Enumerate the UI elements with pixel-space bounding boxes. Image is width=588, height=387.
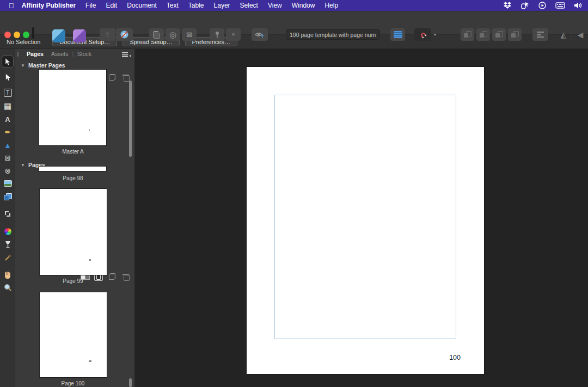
picture-tool[interactable] [0, 177, 15, 190]
delete-page-button[interactable] [121, 272, 130, 281]
text-alignment-button[interactable] [532, 28, 548, 41]
page-number-text: 100 [449, 354, 461, 361]
master-section-scrollbar[interactable] [129, 81, 132, 157]
page-100-thumbnail[interactable] [40, 292, 107, 377]
menu-help[interactable]: Help [324, 2, 338, 9]
page-99-thumbnail[interactable] [40, 189, 107, 275]
keyboard-icon[interactable] [555, 2, 565, 9]
pointer-device-icon[interactable] [520, 1, 529, 10]
menu-view[interactable]: View [268, 2, 282, 9]
artistic-text-tool[interactable]: A [0, 113, 15, 126]
move-backward-button[interactable] [492, 28, 506, 41]
move-tool[interactable] [2, 56, 14, 67]
ellipse-frame-button[interactable]: ◎ [166, 28, 180, 41]
move-forward-icon [480, 31, 487, 38]
menu-text[interactable]: Text [167, 2, 179, 9]
master-a-label[interactable]: Master A [32, 149, 114, 155]
photo-persona-icon[interactable] [52, 29, 65, 42]
menubar:  Affinity Publisher File Edit Document … [0, 0, 588, 11]
new-document-button[interactable] [149, 28, 164, 41]
shape-tool[interactable]: ▲ [0, 139, 15, 152]
pages-section-scrollbar[interactable] [129, 378, 132, 387]
frame-text-tool[interactable]: T [0, 86, 15, 99]
text-frame-guide[interactable] [274, 95, 456, 339]
pages-panel: Pages Assets | Stock ▾ ▼ Master Pages Ma… [15, 49, 135, 387]
rectangle-frame-tool[interactable]: ⊠ [0, 151, 15, 164]
volume-icon[interactable] [574, 2, 583, 9]
guides-button[interactable] [390, 28, 405, 41]
node-tool[interactable] [0, 71, 15, 84]
zoom-tool[interactable] [0, 281, 15, 294]
snapping-dropdown-arrow[interactable]: ▾ [434, 32, 436, 37]
page-100-label[interactable]: Page 100 [32, 380, 114, 386]
transparency-tool[interactable] [0, 238, 15, 251]
play-circle-icon[interactable] [538, 1, 547, 10]
colour-picker-tool[interactable] [0, 251, 15, 264]
place-image-icon [4, 193, 12, 200]
table-tool[interactable]: ▦ [0, 100, 15, 113]
delete-master-button[interactable] [121, 73, 130, 82]
place-image-tool[interactable] [0, 190, 15, 203]
master-pages-header[interactable]: ▼ Master Pages [15, 61, 134, 70]
dropbox-icon[interactable] [503, 1, 512, 10]
page-98-thumbnail[interactable] [39, 167, 106, 171]
vector-crop-tool[interactable] [0, 207, 15, 220]
selection-status: No Selection [7, 39, 40, 45]
move-forward-button[interactable] [476, 28, 490, 41]
panel-drag-handle[interactable] [17, 52, 19, 57]
pen-tool[interactable]: ✒ [0, 126, 15, 139]
tab-assets[interactable]: Assets [47, 51, 72, 57]
view-hand-tool[interactable] [0, 268, 15, 281]
menu-edit[interactable]: Edit [106, 2, 117, 9]
tab-stock[interactable]: Stock [74, 51, 95, 57]
fill-tool[interactable] [0, 225, 15, 238]
publisher-persona-icon[interactable] [32, 27, 34, 39]
document-canvas[interactable]: 100 [135, 49, 588, 387]
tools-sidebar: T ▦ A ✒ ▲ ⊠ ⊗ [0, 49, 15, 387]
picture-icon [4, 180, 12, 187]
move-to-back-icon [511, 31, 519, 38]
master-a-thumbnail[interactable] [39, 70, 106, 145]
master-pages-title: Master Pages [28, 62, 65, 69]
picture-frame-button[interactable]: ⊠ [182, 28, 197, 41]
snapping-button[interactable] [414, 28, 431, 41]
main-toolbar: ⇧ ◎ ⊠ ■ ▾ ◭ ◀ [0, 11, 588, 35]
window-zoom-button[interactable] [23, 32, 29, 38]
duplicate-master-button[interactable] [108, 73, 117, 82]
designer-persona-icon[interactable] [73, 29, 86, 42]
document-icon [154, 31, 160, 39]
app-menu-title[interactable]: Affinity Publisher [22, 2, 76, 9]
disclosure-triangle-icon[interactable]: ▼ [21, 63, 25, 68]
move-to-back-button[interactable] [508, 28, 522, 41]
crop-icon [4, 210, 11, 218]
document-page[interactable]: 100 [247, 67, 484, 374]
page-98-label[interactable]: Page 98 [32, 175, 114, 181]
move-backward-icon [495, 31, 503, 38]
window-close-button[interactable] [4, 32, 11, 38]
photo-persona-disabled-button[interactable] [116, 28, 133, 41]
disclosure-triangle-icon[interactable]: ▼ [21, 163, 25, 168]
window-minimize-button[interactable] [14, 32, 20, 38]
menu-document[interactable]: Document [127, 2, 157, 9]
flip-vertical-button[interactable]: ◀ [573, 28, 587, 41]
tab-pages[interactable]: Pages [23, 51, 47, 57]
apple-menu-icon[interactable]:  [9, 2, 14, 10]
preview-mode-button[interactable] [252, 28, 268, 41]
move-to-front-button[interactable] [461, 28, 474, 41]
menu-window[interactable]: Window [292, 2, 315, 9]
pin-button[interactable] [210, 28, 224, 41]
menu-layer[interactable]: Layer [214, 2, 230, 9]
page-99-label[interactable]: Page 99 [32, 278, 114, 284]
anchor-button[interactable]: ■ [226, 28, 241, 41]
move-to-front-icon [464, 31, 471, 38]
document-title-field[interactable] [286, 29, 380, 40]
flip-horizontal-button[interactable]: ◭ [556, 28, 571, 41]
import-button[interactable]: ⇧ [100, 28, 115, 41]
trash-icon [124, 75, 128, 81]
ellipse-frame-tool[interactable]: ⊗ [0, 164, 15, 177]
panel-menu-icon [122, 52, 128, 57]
menu-select[interactable]: Select [240, 2, 258, 9]
menu-table[interactable]: Table [188, 2, 204, 9]
panel-menu-button[interactable]: ▾ [122, 51, 131, 58]
menu-file[interactable]: File [85, 2, 96, 9]
